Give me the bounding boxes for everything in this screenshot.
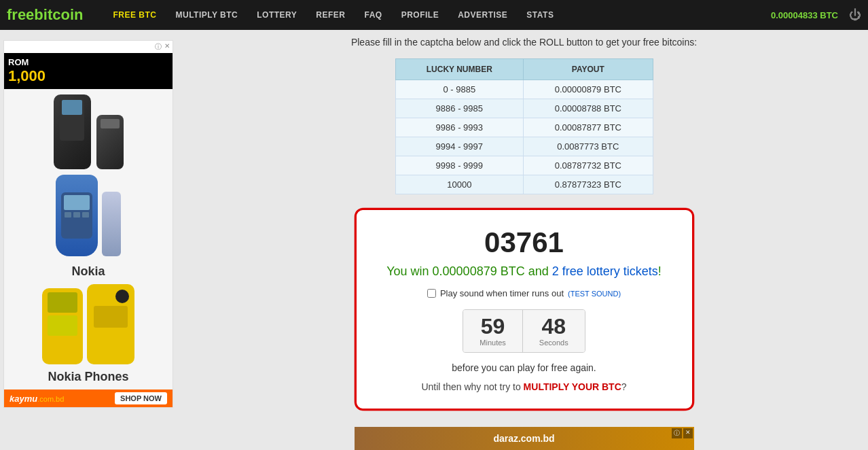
- nokia-phones-label: Nokia Phones: [48, 370, 128, 384]
- range-1: 9886 - 9985: [395, 99, 524, 118]
- kaymu-text: kaymu: [10, 394, 37, 404]
- win-text: You win 0.00000879 BTC and 2 free lotter…: [386, 264, 662, 279]
- brand-bitcoin: bitcoin: [34, 6, 83, 23]
- payout-header: PAYOUT: [524, 59, 653, 80]
- nav-free-btc[interactable]: FREE BTC: [103, 0, 166, 30]
- until-suffix: ?: [621, 381, 627, 392]
- until-text: Until then why not try to MULTIPLY YOUR …: [421, 381, 626, 392]
- ad-brand-name: kaymu.com.bd: [10, 392, 64, 404]
- nokia-label: Nokia: [71, 264, 105, 279]
- timer-box: 59 Minutes 48 Seconds: [463, 309, 585, 353]
- table-row: 9994 - 9997 0.0087773 BTC: [395, 137, 653, 156]
- nav-advertise[interactable]: ADVERTISE: [448, 0, 517, 30]
- ad-controls: ⓘ ✕: [672, 428, 693, 438]
- nav-multiply-btc[interactable]: MULTIPLY BTC: [166, 0, 247, 30]
- payout-5: 0.87877323 BTC: [524, 175, 653, 194]
- brand-logo[interactable]: freebitcoin: [7, 6, 83, 24]
- ad-rom-label: ROM: [8, 57, 168, 67]
- result-box: 03761 You win 0.00000879 BTC and 2 free …: [355, 208, 694, 411]
- table-row: 10000 0.87877323 BTC: [395, 175, 653, 194]
- power-icon[interactable]: ⏻: [849, 8, 861, 22]
- before-text: before you can play for free again.: [452, 362, 596, 373]
- table-row: 9998 - 9999 0.08787732 BTC: [395, 156, 653, 175]
- seconds-value: 48: [541, 315, 566, 337]
- minutes-label: Minutes: [480, 339, 506, 347]
- nav-faq[interactable]: FAQ: [355, 0, 391, 30]
- ad-info-small[interactable]: ⓘ: [672, 428, 682, 438]
- multiply-btc-link[interactable]: MULTIPLY YOUR BTC: [524, 381, 621, 392]
- ad-close-bar: ⓘ ✕: [4, 41, 173, 53]
- ad-phones-section: Nokia Nokia Phones: [4, 89, 173, 390]
- ad-promo-top: ROM 1,000: [4, 53, 173, 89]
- bottom-ad-content: daraz.com.bd: [355, 427, 694, 450]
- ad-close-small[interactable]: ✕: [683, 428, 693, 438]
- nav-profile[interactable]: PROFILE: [392, 0, 449, 30]
- payout-3: 0.0087773 BTC: [524, 137, 653, 156]
- until-prefix: Until then why not try to: [421, 381, 523, 392]
- nav-stats[interactable]: STATS: [517, 0, 563, 30]
- sound-checkbox[interactable]: [427, 289, 436, 298]
- range-5: 10000: [395, 175, 524, 194]
- range-2: 9986 - 9993: [395, 118, 524, 137]
- phone-group-3: [42, 284, 134, 364]
- main-content: ⓘ ✕ ROM 1,000: [0, 30, 868, 450]
- instruction-label: Please fill in the captcha below and cli…: [351, 37, 697, 48]
- table-row: 9986 - 9993 0.00087877 BTC: [395, 118, 653, 137]
- nav-refer[interactable]: REFER: [306, 0, 355, 30]
- sound-row: Play sound when timer runs out (TEST SOU…: [427, 288, 621, 298]
- phone-dark-large: [54, 94, 91, 169]
- payout-4: 0.08787732 BTC: [524, 156, 653, 175]
- table-row: 0 - 9885 0.00000879 BTC: [395, 80, 653, 99]
- kaymu-suffix: .com.bd: [37, 395, 64, 403]
- ad-close-icon[interactable]: ✕: [164, 42, 170, 52]
- payout-0: 0.00000879 BTC: [524, 80, 653, 99]
- win-prefix: You win 0.00000879 BTC and: [386, 264, 552, 278]
- nav-lottery[interactable]: LOTTERY: [247, 0, 306, 30]
- phone-yellow-1: [42, 288, 83, 364]
- phone-slim: [102, 192, 121, 256]
- bottom-ad: daraz.com.bd ⓘ ✕: [187, 427, 861, 450]
- left-advertisement: ⓘ ✕ ROM 1,000: [0, 37, 180, 450]
- ad-box: ⓘ ✕ ROM 1,000: [3, 40, 173, 408]
- ad-info-icon[interactable]: ⓘ: [155, 42, 162, 52]
- seconds-label: Seconds: [539, 339, 568, 347]
- phone-nokia-blue: [56, 175, 98, 256]
- phone-group-1: [54, 94, 124, 169]
- ad-price: 1,000: [8, 67, 168, 85]
- range-3: 9994 - 9997: [395, 137, 524, 156]
- center-content: Please fill in the captcha below and cli…: [180, 37, 868, 450]
- range-4: 9998 - 9999: [395, 156, 524, 175]
- navbar: freebitcoin FREE BTC MULTIPLY BTC LOTTER…: [0, 0, 868, 30]
- phone-dark-small: [96, 115, 124, 169]
- brand-free: free: [7, 6, 34, 23]
- ad-bottom-bar: kaymu.com.bd SHOP NOW: [4, 390, 173, 407]
- seconds-segment: 48 Seconds: [522, 310, 585, 352]
- shop-now-button[interactable]: SHOP NOW: [115, 392, 167, 404]
- sound-label: Play sound when timer runs out: [440, 288, 564, 298]
- lucky-number-table: LUCKY NUMBER PAYOUT 0 - 9885 0.00000879 …: [395, 58, 653, 194]
- bottom-ad-box: daraz.com.bd ⓘ ✕: [355, 427, 694, 450]
- nav-links: FREE BTC MULTIPLY BTC LOTTERY REFER FAQ …: [103, 0, 771, 30]
- lucky-number-header: LUCKY NUMBER: [395, 59, 524, 80]
- payout-2: 0.00087877 BTC: [524, 118, 653, 137]
- bottom-ad-text: daraz.com.bd: [493, 433, 554, 444]
- win-suffix: !: [658, 264, 662, 278]
- phone-yellow-camera: [87, 284, 134, 364]
- lucky-number-result: 03761: [484, 226, 564, 259]
- minutes-value: 59: [481, 315, 505, 337]
- range-0: 0 - 9885: [395, 80, 524, 99]
- payout-1: 0.00008788 BTC: [524, 99, 653, 118]
- instruction-text: Please fill in the captcha below and cli…: [351, 37, 697, 48]
- minutes-segment: 59 Minutes: [463, 310, 522, 352]
- test-sound-link[interactable]: (TEST SOUND): [568, 290, 621, 298]
- table-row: 9886 - 9985 0.00008788 BTC: [395, 99, 653, 118]
- lottery-tickets-link[interactable]: 2 free lottery tickets: [552, 264, 658, 278]
- balance-display: 0.00004833 BTC: [771, 10, 838, 20]
- phone-group-2: [56, 175, 121, 256]
